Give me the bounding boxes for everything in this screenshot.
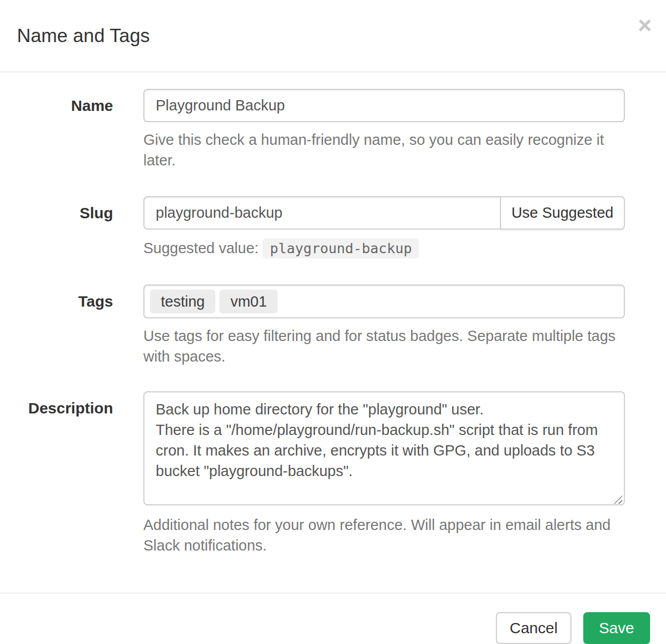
name-help-text: Give this check a human-friendly name, s… [143,129,625,171]
name-input[interactable] [143,89,625,122]
tag-pill[interactable]: vm01 [219,290,278,313]
tags-label: Tags [0,285,126,312]
suggested-value-line: Suggested value:playground-backup [143,238,625,259]
close-icon[interactable]: × [638,13,652,37]
slug-label: Slug [0,196,126,223]
slug-input-group: Use Suggested [143,196,625,230]
suggested-value-prefix: Suggested value: [143,240,258,256]
cancel-button[interactable]: Cancel [496,612,571,644]
name-label: Name [0,89,126,116]
dialog-body: Name Give this check a human-friendly na… [0,72,666,593]
dialog-footer: Cancel Save [0,593,666,644]
tag-pill[interactable]: testing [150,290,215,313]
description-field-row: Description Back up home directory for t… [0,391,625,556]
slug-field-row: Slug Use Suggested Suggested value:playg… [0,196,625,259]
tags-help-text: Use tags for easy filtering and for stat… [143,326,625,367]
tags-input[interactable]: testing vm01 [143,285,625,318]
suggested-value-code: playground-backup [263,238,419,258]
description-label: Description [0,391,126,419]
name-and-tags-dialog: Name and Tags × Name Give this check a h… [0,0,666,644]
save-button[interactable]: Save [583,612,650,644]
dialog-title: Name and Tags [17,25,649,47]
use-suggested-button[interactable]: Use Suggested [500,196,625,230]
name-field-row: Name Give this check a human-friendly na… [0,89,625,171]
tags-field-row: Tags testing vm01 Use tags for easy filt… [0,285,625,367]
description-input[interactable]: Back up home directory for the "playgrou… [143,391,625,505]
dialog-header: Name and Tags × [0,0,666,72]
slug-input[interactable] [143,196,501,230]
description-help-text: Additional notes for your own reference.… [143,515,625,556]
